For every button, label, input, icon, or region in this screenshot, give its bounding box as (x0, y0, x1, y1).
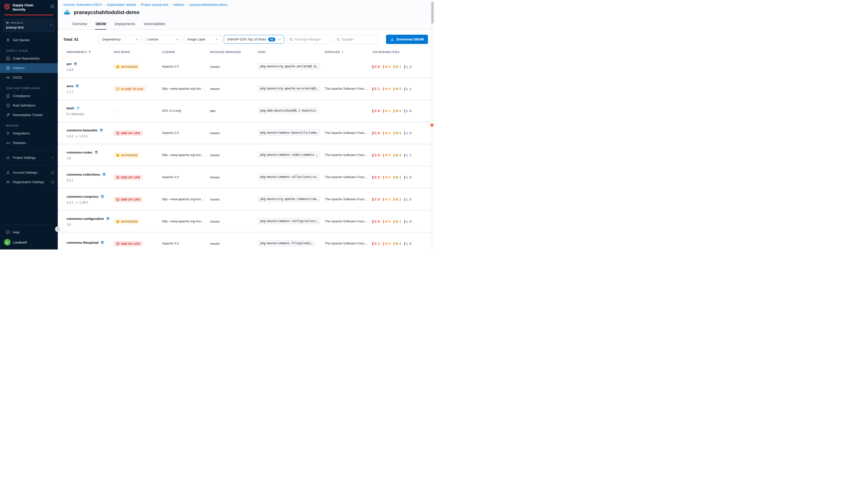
app-switcher-grid-icon[interactable] (50, 3, 54, 8)
vuln-letter: M (396, 131, 398, 135)
vuln-number: 1 (378, 242, 380, 245)
sidebar-item-project-settings[interactable]: Project Settings (0, 153, 58, 162)
breadcrumb-link[interactable]: pranaycshah/todolist-demo (189, 3, 227, 7)
table-row[interactable]: commons-fileuploadEND OF LIFEApache-2.0m… (58, 233, 434, 250)
license-value: Apache-2.0 (162, 131, 179, 135)
sidebar-item-integrations[interactable]: Integrations (0, 129, 58, 138)
table-row[interactable]: commons-configuration1.6OUTDATEDhttp---w… (58, 211, 434, 232)
search-input-supplier[interactable] (342, 37, 376, 41)
table-row[interactable]: commons-compress1.4.1→1.28.0END OF LIFEh… (58, 189, 434, 209)
tab-deployments[interactable]: Deployments (114, 19, 136, 30)
table-row[interactable]: commons-collections3.2.1END OF LIFEApach… (58, 167, 434, 187)
breadcrumb-link[interactable]: Account: Automation-SSCA (63, 3, 102, 7)
download-sbom-button[interactable]: Download SBOM (386, 35, 428, 44)
page-scrollbar-thumb[interactable] (431, 1, 434, 24)
oss-risk-badge: OUTDATED (114, 219, 140, 224)
dependency-cell: bash5.1-6ubuntu1 (66, 106, 114, 116)
sidebar-item-label: Remediation Tracker (13, 113, 43, 117)
vuln-number: 0 (399, 242, 401, 245)
column-header-dependency[interactable]: DEPENDENCY (66, 50, 114, 53)
vuln-count-c: C0 (372, 131, 380, 135)
sidebar-item-code-repositories[interactable]: Code Repositories (0, 54, 58, 63)
supplier-cell: The Apache Software Foun… (325, 242, 372, 246)
dependency-cell: commons-fileupload (66, 241, 114, 247)
user-menu[interactable]: L Lavakush (0, 237, 58, 250)
tab-sbom[interactable]: SBOM (95, 19, 107, 30)
clock-icon (116, 220, 120, 223)
breadcrumb-link[interactable]: Artifacts (173, 3, 184, 7)
sidebar-item-rule-definitions[interactable]: Rule Definitions (0, 101, 58, 110)
breadcrumb-link[interactable]: Organization: default (107, 3, 136, 7)
sidebar-divider (4, 150, 54, 150)
project-label: PROJECT (10, 21, 24, 24)
sidebar-item-artifacts[interactable]: Artifacts (0, 63, 58, 73)
clock-icon (116, 65, 120, 69)
chevron-down-icon (133, 38, 139, 41)
sidebar-collapse-handle[interactable] (55, 227, 61, 232)
vuln-number: 0 (410, 220, 411, 223)
vuln-severity-bar (372, 220, 373, 223)
table-row[interactable]: commons-beanutils1.8.3→1.11.0END OF LIFE… (58, 123, 434, 143)
prohibited-icon (116, 175, 120, 179)
column-header-license[interactable]: LICENSE (162, 50, 210, 53)
sidebar-item-ci-cd[interactable]: CI/CD (0, 73, 58, 82)
project-selector[interactable]: PROJECT pranay-test (3, 19, 55, 32)
vuln-severity-bar (372, 242, 373, 245)
vuln-count-l: L0 (404, 220, 411, 223)
vuln-letter: C (374, 154, 377, 157)
filter-dropdown-dependency[interactable]: Dependency (99, 35, 141, 44)
table-row[interactable]: avro1.7.7CLOSE TO EOLhttp---www.apache.o… (58, 78, 434, 99)
vuln-letter: M (396, 175, 398, 179)
table-row[interactable]: commons-codec1.6OUTDATEDhttp---www.apach… (58, 145, 434, 165)
vuln-count-l: L1 (404, 87, 411, 91)
sidebar-item-organization-settings[interactable]: Organization Settings (0, 178, 58, 187)
download-sbom-label: Download SBOM (396, 37, 424, 41)
vuln-severity-bar (394, 65, 394, 69)
sidebar-section-label: MANAGE (6, 124, 58, 127)
table-row[interactable]: bash5.1-6ubuntu1-GPL-3.0-onlydebpkg:deb/… (58, 101, 434, 121)
sidebar-item-remediation-tracker[interactable]: Remediation Tracker (0, 110, 58, 120)
layers-icon (100, 241, 104, 244)
filter-dropdown-image-layer[interactable]: Image Layer (184, 35, 221, 44)
sidebar-item-label: Integrations (13, 131, 30, 135)
sidebar-item-account-settings[interactable]: Account Settings (0, 168, 58, 178)
column-header-package-manager[interactable]: PACKAGE MANAGER (210, 50, 258, 53)
column-header-purl[interactable]: PURL (258, 50, 325, 53)
layers-icon (95, 150, 98, 154)
tab-overview[interactable]: Overview (72, 19, 87, 30)
app-root: Supply Chain Security PROJECT pranay-tes… (0, 0, 434, 250)
vuln-letter: M (396, 87, 398, 91)
filter-dropdown-owasp-oss-top-10-risks[interactable]: OWASP OSS Top 10 Risks01 (224, 35, 284, 44)
oss-risk-badge: END OF LIFE (114, 197, 142, 202)
vuln-count-l: L0 (404, 242, 411, 245)
vuln-number: 0 (388, 65, 390, 69)
sidebar-item-pipelines[interactable]: Pipelines (0, 138, 58, 148)
filter-dropdown-license[interactable]: License (144, 35, 182, 44)
breadcrumb-link[interactable]: Project: pranay-test (141, 3, 168, 7)
chevron-left-icon (56, 228, 59, 231)
app-title: Supply Chain Security (13, 3, 34, 12)
tab-vulnerabilities[interactable]: Vulnerabilities (143, 19, 166, 30)
vuln-count-h: H1 (383, 109, 390, 113)
sidebar-item-get-started[interactable]: Get Started (0, 35, 58, 45)
sidebar-item-compliance[interactable]: Compliance (0, 91, 58, 101)
vuln-letter: L (406, 198, 408, 201)
vuln-count-m: M0 (394, 131, 401, 135)
dependency-name: commons-compress (66, 195, 98, 198)
vuln-number: 0 (410, 242, 411, 245)
vuln-severity-bar (383, 242, 384, 245)
column-header-oss-risks[interactable]: OSS RISKS (114, 50, 162, 53)
search-input-package-manager[interactable] (295, 37, 328, 41)
vuln-number: 0 (410, 198, 411, 201)
table-row[interactable]: ant1.6.5OUTDATEDApache-2.0mavenpkg:maven… (58, 57, 434, 77)
vuln-count-m: M1 (394, 220, 401, 223)
sidebar-item-help[interactable]: Help (0, 227, 58, 237)
vuln-letter: L (406, 65, 408, 69)
package-manager-cell: maven (210, 175, 258, 179)
column-header-vulnerabilities[interactable]: VULNERABILITIES (372, 50, 429, 53)
edge-notification-dot[interactable] (431, 124, 434, 126)
upgrade-version: 1.28.0 (79, 201, 88, 204)
app-title-line2: Security (13, 8, 34, 12)
column-header-supplier[interactable]: SUPPLIER (325, 50, 372, 53)
vuln-letter: L (406, 131, 408, 135)
